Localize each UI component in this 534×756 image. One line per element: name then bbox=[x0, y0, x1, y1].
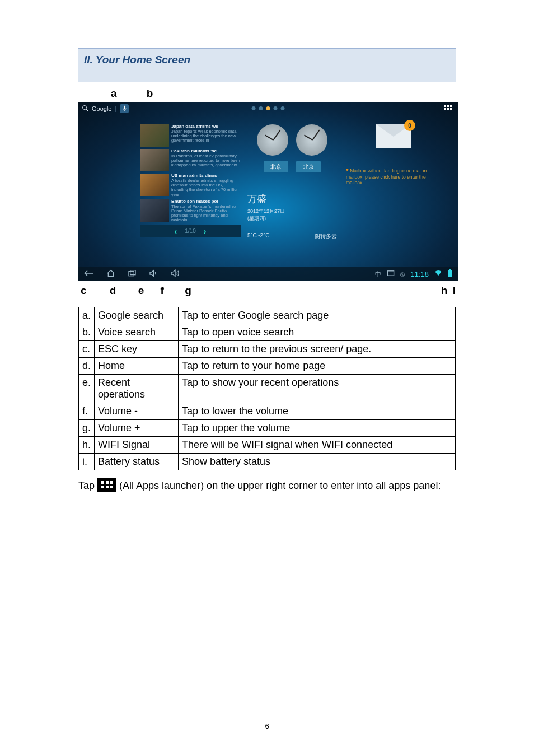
card-icon[interactable] bbox=[387, 270, 395, 278]
legend-name: Home bbox=[95, 358, 179, 375]
table-row: h.WIFI SignalThere will be WIFI signal w… bbox=[79, 437, 456, 454]
news-widget[interactable]: Japan data affirms weJapan reports weak … bbox=[140, 124, 241, 237]
back-icon[interactable] bbox=[84, 270, 94, 278]
recent-icon[interactable] bbox=[128, 269, 137, 279]
news-item[interactable]: Pakistan militants 'seIn Pakistan, at le… bbox=[140, 149, 241, 171]
volume-down-icon[interactable] bbox=[149, 269, 158, 279]
page-indicator[interactable] bbox=[252, 106, 285, 110]
table-row: f.Volume -Tap to lower the volume bbox=[79, 403, 456, 420]
weather-place: 万盛 bbox=[247, 193, 337, 206]
legend-desc: Tap to return to the previous screen/ pa… bbox=[179, 341, 456, 358]
chevron-right-icon[interactable]: › bbox=[204, 227, 207, 236]
legend-table: a.Google searchTap to enter Google searc… bbox=[78, 307, 456, 470]
table-row: b.Voice searchTap to open voice search bbox=[79, 324, 456, 341]
label-i: i bbox=[453, 284, 456, 296]
bottom-label-row: c d e f g h i bbox=[78, 281, 456, 305]
svg-rect-10 bbox=[129, 271, 134, 276]
svg-rect-6 bbox=[450, 105, 452, 107]
voice-search[interactable] bbox=[120, 104, 129, 113]
battery-icon[interactable] bbox=[448, 269, 452, 279]
mail-badge: 0 bbox=[404, 120, 415, 131]
volume-up-icon[interactable] bbox=[170, 269, 180, 279]
legend-key: g. bbox=[79, 420, 95, 437]
legend-desc: There will be WIFI signal when WIFI conn… bbox=[179, 437, 456, 454]
news-item[interactable]: Bhutto son makes polThe son of Pakistan'… bbox=[140, 199, 241, 223]
nav-bar: 中 ⎋ 11:18 bbox=[78, 267, 458, 281]
legend-name: ESC key bbox=[95, 341, 179, 358]
search-icon bbox=[82, 105, 88, 113]
news-body: Japan reports weak economic data, underl… bbox=[171, 129, 237, 143]
weather-cond: 阴转多云 bbox=[315, 232, 337, 240]
svg-rect-13 bbox=[448, 270, 452, 277]
news-pager[interactable]: ‹ 1/10 › bbox=[140, 225, 241, 237]
legend-desc: Tap to lower the volume bbox=[179, 403, 456, 420]
news-thumb bbox=[140, 124, 169, 147]
legend-name: Volume - bbox=[95, 403, 179, 420]
section-header: II. Your Home Screen bbox=[78, 48, 456, 82]
table-row: i.Battery statusShow battery status bbox=[79, 454, 456, 470]
legend-key: a. bbox=[79, 307, 95, 324]
legend-desc: Tap to enter Google search page bbox=[179, 307, 456, 324]
legend-key: c. bbox=[79, 341, 95, 358]
all-apps-icon[interactable] bbox=[444, 105, 452, 115]
svg-rect-11 bbox=[130, 270, 135, 274]
legend-desc: Tap to show your recent operations bbox=[179, 375, 456, 403]
svg-rect-2 bbox=[124, 106, 125, 109]
legend-name: WIFI Signal bbox=[95, 437, 179, 454]
table-row: g.Volume +Tap to upper the volume bbox=[79, 420, 456, 437]
weather-temp: 5°C~2°C bbox=[247, 232, 269, 240]
city-button[interactable]: 北京 bbox=[296, 161, 321, 172]
clock-time: 11:18 bbox=[410, 270, 429, 278]
legend-key: e. bbox=[79, 375, 95, 403]
legend-key: i. bbox=[79, 454, 95, 470]
clock-icon bbox=[296, 124, 327, 156]
legend-key: h. bbox=[79, 437, 95, 454]
label-d: d bbox=[110, 284, 116, 297]
news-thumb bbox=[140, 199, 169, 222]
news-item[interactable]: Japan data affirms weJapan reports weak … bbox=[140, 124, 241, 147]
label-c: c bbox=[81, 284, 87, 297]
google-search[interactable]: Google | bbox=[82, 104, 129, 113]
legend-desc: Tap to upper the volume bbox=[179, 420, 456, 437]
weather-weekday: (星期四) bbox=[247, 215, 337, 222]
label-a: a bbox=[111, 87, 117, 99]
home-icon[interactable] bbox=[106, 269, 115, 279]
mail-widget[interactable]: 0 • Mailbox without landing or no mail i… bbox=[346, 124, 441, 186]
legend-key: b. bbox=[79, 324, 95, 341]
svg-rect-14 bbox=[449, 269, 451, 270]
svg-point-0 bbox=[83, 106, 87, 110]
search-label: Google bbox=[92, 105, 111, 112]
city-button[interactable]: 北京 bbox=[264, 161, 288, 172]
top-label-row: a b bbox=[78, 87, 456, 102]
svg-rect-7 bbox=[444, 108, 446, 110]
legend-name: Google search bbox=[95, 307, 179, 324]
news-body: In Pakistan, at least 22 paramilitary po… bbox=[171, 153, 240, 168]
legend-desc: Tap to return to your home page bbox=[179, 358, 456, 375]
wifi-icon[interactable] bbox=[434, 270, 442, 278]
clock-icon bbox=[257, 124, 288, 156]
page-number: 6 bbox=[0, 722, 534, 730]
news-item[interactable]: US man admits dinosA fossils dealer admi… bbox=[140, 174, 241, 197]
legend-key: f. bbox=[79, 403, 95, 420]
svg-rect-12 bbox=[388, 270, 394, 275]
section-title: II. Your Home Screen bbox=[84, 54, 450, 66]
svg-line-1 bbox=[86, 109, 88, 111]
legend-name: Volume + bbox=[95, 420, 179, 437]
news-thumb bbox=[140, 174, 169, 196]
legend-name: Voice search bbox=[95, 324, 179, 341]
table-row: c.ESC keyTap to return to the previous s… bbox=[79, 341, 456, 358]
chevron-left-icon[interactable]: ‹ bbox=[175, 227, 177, 236]
legend-name: Recent operations bbox=[95, 375, 179, 403]
svg-rect-8 bbox=[447, 108, 449, 110]
table-row: a.Google searchTap to enter Google searc… bbox=[79, 307, 456, 324]
pager-count: 1/10 bbox=[185, 228, 195, 234]
apps-launcher-note: Tap (All Apps launcher) on the upper rig… bbox=[78, 478, 456, 494]
svg-rect-9 bbox=[450, 108, 452, 110]
label-f: f bbox=[161, 284, 164, 297]
news-body: The son of Pakistan's murdered ex-Prime … bbox=[171, 204, 237, 223]
usb-icon[interactable]: ⎋ bbox=[400, 270, 405, 278]
ime-icon[interactable]: 中 bbox=[375, 270, 381, 278]
weather-widget[interactable]: 北京 北京 万盛 2012年12月27日 (星期四) 5°C~2°C 阴转多云 bbox=[247, 124, 337, 240]
label-b: b bbox=[147, 87, 153, 99]
home-screen-screenshot: Google | Japan data affirms weJapan repo… bbox=[78, 102, 458, 281]
